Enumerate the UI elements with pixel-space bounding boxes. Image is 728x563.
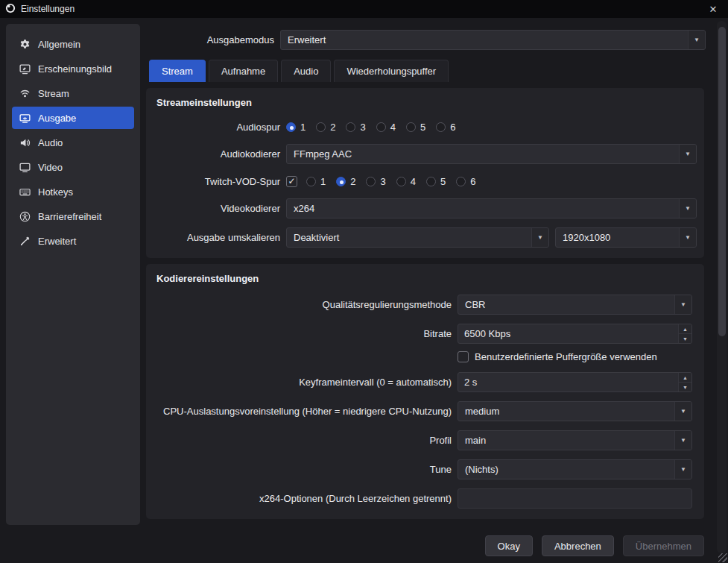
- spin-buttons: ▲ ▼: [678, 324, 691, 343]
- profile-value: main: [465, 435, 674, 446]
- cancel-button[interactable]: Abbrechen: [542, 535, 614, 556]
- apply-button[interactable]: Übernehmen: [623, 535, 704, 556]
- bitrate-spinner[interactable]: 6500 Kbps ▲ ▼: [458, 324, 692, 344]
- video-encoder-row: Videokodierer x264 ▼: [153, 198, 697, 218]
- radio-icon[interactable]: [396, 177, 406, 186]
- video-encoder-value: x264: [294, 203, 679, 214]
- sidebar-item-barrierefreiheit[interactable]: Barrierefreiheit: [12, 205, 134, 227]
- radio-icon[interactable]: [346, 122, 355, 132]
- tune-select[interactable]: (Nichts) ▼: [458, 459, 692, 479]
- chevron-down-icon: ▼: [679, 228, 696, 247]
- vertical-scrollbar[interactable]: [717, 21, 727, 553]
- radio-icon[interactable]: [366, 177, 376, 186]
- audio-track-option-6[interactable]: 6: [436, 122, 455, 133]
- chevron-down-icon: ▼: [688, 31, 705, 49]
- spin-up-icon[interactable]: ▲: [679, 373, 691, 383]
- radio-icon[interactable]: [456, 177, 466, 186]
- spin-buttons: ▲ ▼: [678, 373, 691, 391]
- radio-icon[interactable]: [436, 122, 446, 132]
- rescale-resolution-value: 1920x1080: [563, 232, 679, 243]
- audio-track-option-4[interactable]: 4: [376, 122, 396, 133]
- radio-icon[interactable]: [406, 122, 416, 132]
- chevron-down-icon: ▼: [674, 431, 691, 450]
- chevron-down-icon: ▼: [674, 402, 691, 421]
- spin-down-icon[interactable]: ▼: [679, 334, 691, 343]
- vod-track-option-5[interactable]: 5: [426, 176, 446, 187]
- x264-options-input[interactable]: [458, 488, 692, 509]
- keyframe-interval-value: 2 s: [458, 373, 678, 391]
- audio-track-row: Audiospur 1 2 3 4 5 6: [153, 119, 697, 135]
- sidebar-item-label: Ausgabe: [38, 113, 76, 124]
- vod-track-option-6[interactable]: 6: [456, 176, 475, 187]
- tune-row: Tune (Nichts) ▼: [153, 459, 697, 479]
- custom-buffer-checkbox[interactable]: [458, 351, 469, 362]
- sidebar-item-audio[interactable]: Audio: [12, 131, 134, 154]
- vod-track-checkbox[interactable]: [286, 176, 297, 187]
- vod-track-option-2[interactable]: 2: [336, 176, 355, 187]
- resize-grip-icon[interactable]: [718, 553, 727, 562]
- video-encoder-label: Videokodierer: [153, 203, 286, 214]
- audio-track-option-2[interactable]: 2: [316, 122, 335, 133]
- keyframe-interval-spinner[interactable]: 2 s ▲ ▼: [458, 372, 692, 392]
- cpu-preset-select[interactable]: medium ▼: [458, 401, 692, 421]
- sidebar-item-label: Barrierefreiheit: [38, 211, 101, 222]
- tools-icon: [19, 236, 31, 247]
- radio-icon[interactable]: [306, 177, 316, 186]
- radio-icon[interactable]: [336, 177, 346, 186]
- tune-label: Tune: [153, 464, 458, 475]
- sidebar-item-erscheinungsbild[interactable]: Erscheinungsbild: [12, 57, 134, 80]
- audio-track-radio-group: 1 2 3 4 5 6: [286, 122, 455, 133]
- rescale-mode-value: Deaktiviert: [294, 232, 531, 243]
- titlebar: Einstellungen ✕: [0, 0, 728, 18]
- tune-value: (Nichts): [465, 464, 674, 475]
- main-area: Allgemein Erscheinungsbild Stream Ausgab…: [0, 18, 728, 563]
- output-mode-row: Ausgabemodus Erweitert ▼: [146, 30, 709, 50]
- video-encoder-select[interactable]: x264 ▼: [286, 198, 697, 218]
- radio-icon[interactable]: [426, 177, 436, 186]
- sidebar-item-erweitert[interactable]: Erweitert: [12, 230, 134, 252]
- chevron-down-icon: ▼: [531, 228, 548, 247]
- group-title: Kodierereinstellungen: [156, 273, 697, 284]
- spin-down-icon[interactable]: ▼: [679, 383, 691, 391]
- sidebar-item-video[interactable]: Video: [12, 156, 134, 178]
- chevron-down-icon: ▼: [679, 145, 696, 163]
- vod-track-option-4[interactable]: 4: [396, 176, 416, 187]
- profile-row: Profil main ▼: [153, 430, 697, 450]
- sidebar-item-hotkeys[interactable]: Hotkeys: [12, 180, 134, 203]
- profile-select[interactable]: main ▼: [458, 430, 692, 450]
- rate-control-select[interactable]: CBR ▼: [458, 295, 692, 315]
- settings-window: Einstellungen ✕ Allgemein Erscheinungsbi…: [0, 0, 728, 563]
- rescale-resolution-select[interactable]: 1920x1080 ▼: [555, 227, 697, 248]
- tab-audio[interactable]: Audio: [281, 60, 331, 82]
- rescale-mode-select[interactable]: Deaktiviert ▼: [286, 227, 549, 248]
- sidebar-item-stream[interactable]: Stream: [12, 82, 134, 104]
- vod-track-option-1[interactable]: 1: [306, 176, 326, 187]
- okay-button[interactable]: Okay: [485, 535, 533, 556]
- scrollbar-thumb[interactable]: [718, 27, 726, 336]
- radio-icon[interactable]: [376, 122, 386, 132]
- audio-encoder-select[interactable]: FFmpeg AAC ▼: [286, 144, 697, 164]
- sidebar-item-label: Erscheinungsbild: [38, 63, 112, 75]
- group-title: Streameinstellungen: [156, 97, 697, 108]
- obs-logo-icon: [5, 3, 16, 16]
- radio-icon[interactable]: [286, 122, 296, 132]
- sidebar-item-allgemein[interactable]: Allgemein: [12, 33, 134, 55]
- encoder-settings-group: Kodierereinstellungen Qualitätsregulieru…: [146, 264, 704, 519]
- audio-track-label: Audiospur: [153, 122, 286, 133]
- audio-track-option-3[interactable]: 3: [346, 122, 365, 133]
- tab-aufnahme[interactable]: Aufnahme: [209, 60, 278, 82]
- output-mode-select[interactable]: Erweitert ▼: [280, 30, 706, 50]
- close-icon[interactable]: ✕: [698, 0, 728, 18]
- vod-track-option-3[interactable]: 3: [366, 176, 385, 187]
- radio-icon[interactable]: [316, 122, 326, 132]
- audio-track-option-5[interactable]: 5: [406, 122, 425, 133]
- spin-up-icon[interactable]: ▲: [679, 324, 691, 334]
- tab-wiederholungspuffer[interactable]: Wiederholungspuffer: [334, 60, 449, 82]
- sidebar-item-label: Audio: [38, 137, 63, 148]
- tab-stream[interactable]: Stream: [149, 60, 206, 82]
- audio-track-option-1[interactable]: 1: [286, 122, 306, 133]
- sidebar-item-label: Video: [38, 162, 63, 173]
- bitrate-label: Bitrate: [153, 328, 458, 339]
- sidebar-item-ausgabe[interactable]: Ausgabe: [12, 107, 134, 129]
- keyframe-interval-label: Keyframeintervall (0 = automatisch): [153, 377, 458, 388]
